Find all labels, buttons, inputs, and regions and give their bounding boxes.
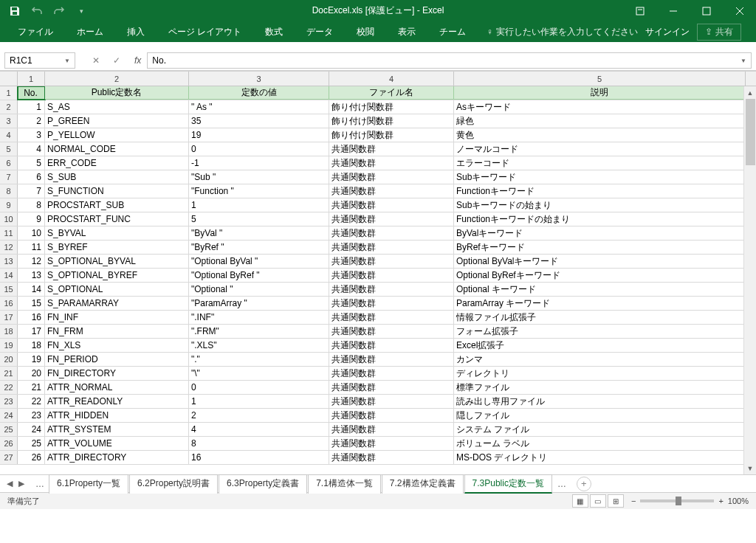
cell[interactable]: 共通関数群	[329, 339, 454, 352]
scroll-up-icon[interactable]: ▲	[744, 86, 756, 99]
cell[interactable]: ".INF"	[189, 311, 329, 324]
row-header[interactable]: 1	[0, 86, 18, 100]
cell[interactable]: 共通関数群	[329, 325, 454, 338]
cell[interactable]: 共通関数群	[329, 437, 454, 450]
ribbon-tab[interactable]: ホーム	[66, 23, 114, 41]
cell[interactable]: 共通関数群	[329, 311, 454, 324]
add-sheet-button[interactable]: +	[577, 477, 591, 491]
ribbon-options-icon[interactable]	[623, 0, 656, 21]
cell[interactable]: "Sub "	[189, 170, 329, 184]
row-header[interactable]: 26	[0, 437, 18, 450]
cell[interactable]: P_GREEN	[45, 114, 189, 128]
cell[interactable]: Functionキーワード	[454, 184, 746, 198]
cell[interactable]: 1	[18, 100, 45, 114]
row-header[interactable]: 11	[0, 226, 18, 240]
cell[interactable]: ATTR_SYSTEM	[45, 423, 189, 436]
ribbon-tab[interactable]: ファイル	[7, 23, 63, 41]
cell[interactable]: MS-DOS ディレクトリ	[454, 451, 746, 464]
cell[interactable]: FN_DIRECTORY	[45, 367, 189, 380]
cell[interactable]: 0	[189, 381, 329, 394]
cell[interactable]: ATTR_NORMAL	[45, 381, 189, 394]
formula-input[interactable]: No. ▼	[147, 52, 752, 69]
cell[interactable]: "\"	[189, 367, 329, 380]
cancel-formula-icon[interactable]: ✕	[89, 55, 103, 66]
cell[interactable]: 12	[18, 255, 45, 268]
cell[interactable]: Subキーワードの始まり	[454, 198, 746, 212]
cell[interactable]: ノーマルコード	[454, 142, 746, 156]
cell[interactable]: ByValキーワード	[454, 226, 746, 240]
row-header[interactable]: 14	[0, 269, 18, 282]
cell[interactable]: 共通関数群	[329, 226, 454, 240]
cell[interactable]: " As "	[189, 100, 329, 114]
sheet-tab[interactable]: 6.1Property一覧	[49, 474, 128, 494]
name-box[interactable]: R1C1 ▼	[4, 52, 75, 69]
row-header[interactable]: 4	[0, 128, 18, 142]
cell[interactable]: ATTR_VOLUME	[45, 437, 189, 450]
cell[interactable]: 緑色	[454, 114, 746, 128]
cell[interactable]: 共通関数群	[329, 142, 454, 156]
cell[interactable]: S_BYREF	[45, 241, 189, 254]
undo-icon[interactable]	[28, 2, 46, 20]
cell[interactable]: ATTR_READONLY	[45, 395, 189, 408]
cell[interactable]: 8	[189, 437, 329, 450]
row-header[interactable]: 27	[0, 451, 18, 464]
row-header[interactable]: 9	[0, 198, 18, 212]
cell[interactable]: S_BYVAL	[45, 226, 189, 240]
qat-customize-icon[interactable]: ▾	[72, 2, 90, 20]
row-header[interactable]: 12	[0, 241, 18, 254]
cell[interactable]: 飾り付け関数群	[329, 128, 454, 142]
cell[interactable]: "."	[189, 353, 329, 366]
cell[interactable]: 共通関数群	[329, 156, 454, 170]
row-header[interactable]: 16	[0, 297, 18, 310]
page-break-view-icon[interactable]: ⊞	[608, 494, 624, 508]
cell[interactable]: 共通関数群	[329, 198, 454, 212]
share-button[interactable]: ⇪ 共有	[697, 24, 741, 41]
row-header[interactable]: 5	[0, 142, 18, 156]
cell[interactable]: 16	[18, 311, 45, 324]
cell[interactable]: 22	[18, 395, 45, 408]
redo-icon[interactable]	[50, 2, 68, 20]
cell[interactable]: Optional ByValキーワード	[454, 255, 746, 268]
accept-formula-icon[interactable]: ✓	[109, 55, 124, 66]
cell[interactable]: 飾り付け関数群	[329, 100, 454, 114]
cell[interactable]: P_YELLOW	[45, 128, 189, 142]
sheet-nav-prev-icon[interactable]: ◀	[4, 479, 15, 488]
sheet-tab[interactable]: 7.2構造体定義書	[382, 474, 464, 494]
row-header[interactable]: 25	[0, 423, 18, 436]
column-header[interactable]: 3	[189, 72, 329, 86]
row-header[interactable]: 3	[0, 114, 18, 128]
cell[interactable]: システム ファイル	[454, 423, 746, 436]
cell[interactable]: ATTR_HIDDEN	[45, 409, 189, 422]
cell[interactable]: ボリューム ラベル	[454, 437, 746, 450]
cell[interactable]: "Optional ByRef "	[189, 269, 329, 282]
maximize-button[interactable]	[690, 0, 723, 21]
page-layout-view-icon[interactable]: ▭	[590, 494, 606, 508]
row-header[interactable]: 19	[0, 339, 18, 352]
cell[interactable]: 17	[18, 325, 45, 338]
cell[interactable]: 1	[189, 395, 329, 408]
scroll-down-icon[interactable]: ▼	[744, 462, 756, 474]
row-header[interactable]: 13	[0, 255, 18, 268]
cell[interactable]: FN_XLS	[45, 339, 189, 352]
cell[interactable]: 共通関数群	[329, 184, 454, 198]
select-all-corner[interactable]	[0, 72, 18, 86]
cell[interactable]: 24	[18, 423, 45, 436]
cell[interactable]: S_OPTIONAL	[45, 283, 189, 296]
row-header[interactable]: 24	[0, 409, 18, 422]
row-header[interactable]: 17	[0, 311, 18, 324]
ribbon-tab[interactable]: 挿入	[117, 23, 155, 41]
sheet-tab[interactable]: 7.1構造体一覧	[308, 474, 381, 494]
cell[interactable]: 21	[18, 381, 45, 394]
cell[interactable]: 19	[18, 353, 45, 366]
cell[interactable]: FN_PERIOD	[45, 353, 189, 366]
cell[interactable]: 4	[18, 142, 45, 156]
cell[interactable]: 16	[189, 451, 329, 464]
cell[interactable]: 6	[18, 170, 45, 184]
row-header[interactable]: 18	[0, 325, 18, 338]
cell[interactable]: 13	[18, 269, 45, 282]
formula-expand-icon[interactable]: ▼	[740, 58, 746, 64]
ribbon-tab[interactable]: 数式	[255, 23, 293, 41]
table-header-cell[interactable]: 定数の値	[189, 86, 329, 100]
cell[interactable]: 35	[189, 114, 329, 128]
cell[interactable]: 共通関数群	[329, 212, 454, 226]
